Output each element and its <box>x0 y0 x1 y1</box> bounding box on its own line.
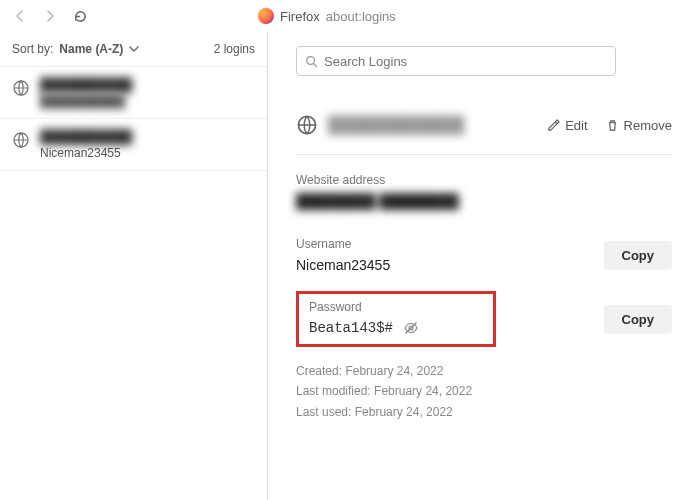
copy-username-button[interactable]: Copy <box>604 241 673 270</box>
eye-off-icon[interactable] <box>403 320 419 336</box>
username-label: Username <box>296 237 390 251</box>
detail-header: ████████████ Edit Remove <box>296 114 672 136</box>
used-value: February 24, 2022 <box>355 405 453 419</box>
sort-label: Sort by: <box>12 42 53 56</box>
site-title: ████████████ <box>328 116 464 134</box>
remove-label: Remove <box>624 118 672 133</box>
login-item-title: ██████████ <box>40 129 132 144</box>
password-value: Beata143$# <box>309 320 393 336</box>
password-label: Password <box>309 300 483 314</box>
firefox-icon <box>258 8 274 24</box>
globe-icon <box>296 114 318 136</box>
remove-button[interactable]: Remove <box>606 118 672 133</box>
created-label: Created: <box>296 364 342 378</box>
content-area: Sort by: Name (A-Z) 2 logins ██████████ … <box>0 32 700 500</box>
sort-value[interactable]: Name (A-Z) <box>59 42 123 56</box>
url-text: about:logins <box>326 9 396 24</box>
list-item[interactable]: ██████████ ██████████ <box>0 67 267 119</box>
sidebar: Sort by: Name (A-Z) 2 logins ██████████ … <box>0 32 268 500</box>
login-item-subtitle: Niceman23455 <box>40 146 132 160</box>
search-box[interactable] <box>296 46 616 76</box>
edit-label: Edit <box>565 118 587 133</box>
password-highlight: Password Beata143$# <box>296 291 496 347</box>
modified-label: Last modified: <box>296 384 371 398</box>
divider <box>296 154 672 155</box>
main-panel: ████████████ Edit Remove Websi <box>268 32 700 500</box>
browser-name: Firefox <box>280 9 320 24</box>
created-value: February 24, 2022 <box>345 364 443 378</box>
login-count: 2 logins <box>214 42 255 56</box>
login-list: ██████████ ██████████ ██████████ Niceman… <box>0 67 267 500</box>
metadata: Created: February 24, 2022 Last modified… <box>296 361 672 422</box>
trash-icon <box>606 119 619 132</box>
browser-toolbar: Firefox about:logins <box>0 0 700 32</box>
copy-password-button[interactable]: Copy <box>604 305 673 334</box>
svg-line-3 <box>314 63 317 66</box>
login-item-subtitle: ██████████ <box>40 94 132 108</box>
modified-value: February 24, 2022 <box>374 384 472 398</box>
search-icon <box>305 55 318 68</box>
pencil-icon <box>547 119 560 132</box>
globe-icon <box>12 131 30 149</box>
back-button[interactable] <box>8 4 32 28</box>
search-input[interactable] <box>324 54 607 69</box>
website-address-label: Website address <box>296 173 672 187</box>
login-item-title: ██████████ <box>40 77 132 92</box>
sort-row: Sort by: Name (A-Z) 2 logins <box>0 32 267 67</box>
chevron-down-icon[interactable] <box>129 44 139 54</box>
edit-button[interactable]: Edit <box>547 118 587 133</box>
username-value: Niceman23455 <box>296 257 390 273</box>
list-item[interactable]: ██████████ Niceman23455 <box>0 119 267 171</box>
globe-icon <box>12 79 30 97</box>
reload-button[interactable] <box>68 4 92 28</box>
forward-button[interactable] <box>38 4 62 28</box>
used-label: Last used: <box>296 405 351 419</box>
address-bar[interactable]: Firefox about:logins <box>258 8 396 24</box>
website-address-value[interactable]: ████████ ████████ <box>296 193 672 209</box>
